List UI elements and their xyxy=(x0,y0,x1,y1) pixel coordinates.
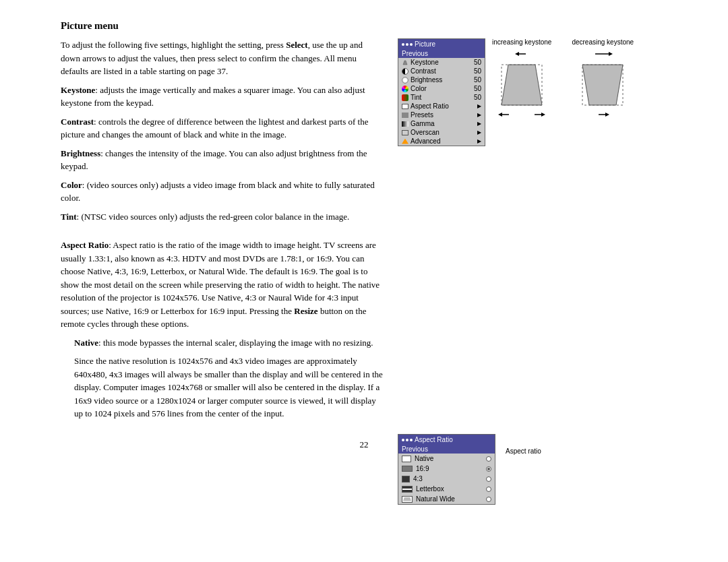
aspect-ratio-section: Aspect Ratio: Aspect ratio is the ratio … xyxy=(61,239,667,426)
color-icon xyxy=(402,86,408,92)
keystone-term: Keystone xyxy=(61,85,95,95)
aspect-ratio-paragraph: Aspect Ratio: Aspect ratio is the ratio … xyxy=(61,239,384,331)
menu-item-advanced[interactable]: Advanced ▶ xyxy=(398,137,485,146)
native-paragraph: Native: this mode bypasses the internal … xyxy=(74,336,384,350)
letterbox-radio[interactable] xyxy=(486,487,491,492)
menu-item-tint[interactable]: Tint 50 xyxy=(398,93,485,102)
aspect-icon xyxy=(402,104,408,109)
menu-item-previous[interactable]: Previous xyxy=(398,49,485,58)
presets-icon xyxy=(402,113,408,118)
aspect-menu-title: Aspect Ratio xyxy=(415,436,453,443)
aspect-ratio-term: Aspect Ratio xyxy=(61,240,109,250)
tint-paragraph: Tint: (NTSC video sources only) adjusts … xyxy=(61,210,384,224)
gamma-icon xyxy=(402,121,408,127)
color-paragraph: Color: (video sources only) adjusts a vi… xyxy=(61,179,384,205)
brightness-paragraph: Brightness: changes the intensity of the… xyxy=(61,147,384,173)
svg-marker-8 xyxy=(541,113,545,117)
aspect-item-native[interactable]: Native xyxy=(398,454,495,464)
dot2 xyxy=(406,43,408,46)
svg-marker-14 xyxy=(605,113,609,117)
tint-term: Tint xyxy=(61,212,77,222)
aspect-item-naturalwide[interactable]: Natural Wide xyxy=(398,494,495,504)
svg-marker-2 xyxy=(515,52,519,56)
naturalwide-radio[interactable] xyxy=(486,497,491,502)
keystone-icon xyxy=(402,59,408,66)
menu-item-presets[interactable]: Presets ▶ xyxy=(398,111,485,119)
menu-item-overscan[interactable]: Overscan ▶ xyxy=(398,128,485,137)
dot4 xyxy=(402,439,404,441)
picture-menu-ui: Picture Previous Keystone 50 Contras xyxy=(398,38,485,146)
169-radio[interactable] xyxy=(486,466,491,472)
left-column-bottom: Aspect Ratio: Aspect ratio is the ratio … xyxy=(61,239,384,426)
menu-dots xyxy=(402,43,413,46)
svg-marker-10 xyxy=(609,52,613,56)
svg-marker-0 xyxy=(403,61,407,65)
svg-marker-11 xyxy=(582,65,623,105)
aspect-menu-titlebar: Aspect Ratio xyxy=(398,435,495,445)
keystone-paragraph: Keystone: adjusts the image vertically a… xyxy=(61,84,384,110)
aspect-menu-dots xyxy=(402,439,413,441)
menu-item-keystone[interactable]: Keystone 50 xyxy=(398,58,485,67)
43-icon xyxy=(402,476,410,482)
keystone-area: increasing keystone xyxy=(492,38,634,119)
svg-marker-6 xyxy=(498,113,502,117)
brightness-icon xyxy=(402,77,408,84)
page-number: 22 xyxy=(61,439,667,450)
aspect-menu-item-previous[interactable]: Previous xyxy=(398,445,495,454)
letterbox-icon xyxy=(402,486,413,493)
menu-item-contrast[interactable]: Contrast 50 xyxy=(398,67,485,75)
left-column-top: To adjust the following five settings, h… xyxy=(61,38,384,228)
aspect-ratio-label: Aspect ratio xyxy=(506,447,541,455)
dot1 xyxy=(402,43,404,46)
decreasing-top-arrow xyxy=(593,49,613,59)
contrast-term: Contrast xyxy=(61,117,94,127)
increasing-keystone-container: increasing keystone xyxy=(492,38,551,119)
native-term: Native xyxy=(74,338,98,348)
native-detail-paragraph: Since the native resolution is 1024x576 … xyxy=(74,354,384,420)
aspect-item-letterbox[interactable]: Letterbox xyxy=(398,484,495,494)
aspect-item-43[interactable]: 4:3 xyxy=(398,474,495,484)
decreasing-keystone-shape xyxy=(579,61,626,108)
dot6 xyxy=(410,439,413,441)
contrast-paragraph: Contrast: controls the degree of differe… xyxy=(61,115,384,142)
bottom-right-arrow xyxy=(532,110,545,119)
brightness-term: Brightness xyxy=(61,148,100,158)
decreasing-keystone-container: decreasing keystone xyxy=(572,38,634,119)
43-radio[interactable] xyxy=(486,476,491,482)
increasing-keystone-arrows-svg xyxy=(515,49,528,59)
page-title: Picture menu xyxy=(61,20,667,32)
decreasing-keystone-label: decreasing keystone xyxy=(572,38,634,46)
tint-icon xyxy=(402,94,408,101)
intro-paragraph: To adjust the following five settings, h… xyxy=(61,38,384,78)
bottom-center-arrow xyxy=(596,110,609,119)
native-radio[interactable] xyxy=(486,456,491,462)
picture-menu-titlebar: Picture xyxy=(398,39,485,49)
naturalwide-icon xyxy=(402,496,413,503)
overscan-icon xyxy=(402,130,408,135)
contrast-icon xyxy=(402,68,408,75)
aspect-item-169[interactable]: 16:9 xyxy=(398,464,495,474)
right-column-top: Picture Previous Keystone 50 Contras xyxy=(398,38,640,228)
aspect-menu-ui: Aspect Ratio Previous Native xyxy=(398,434,495,505)
increasing-arrows xyxy=(515,49,528,59)
dot5 xyxy=(406,439,408,441)
bottom-left-arrow xyxy=(498,110,512,119)
aspect-menu-box: Aspect Ratio Previous Native xyxy=(398,434,495,505)
advanced-icon xyxy=(402,139,408,144)
increasing-keystone-label: increasing keystone xyxy=(492,38,551,46)
increasing-keystone-shape xyxy=(498,61,545,108)
dot3 xyxy=(410,43,413,46)
169-icon xyxy=(402,466,413,472)
page: Picture menu To adjust the following fiv… xyxy=(61,20,667,450)
svg-marker-3 xyxy=(502,65,542,105)
native-icon xyxy=(402,456,411,462)
color-term: Color xyxy=(61,180,82,190)
right-column-bottom: Aspect Ratio Previous Native xyxy=(398,239,640,426)
picture-menu-box: Picture Previous Keystone 50 Contras xyxy=(398,38,485,146)
menu-item-color[interactable]: Color 50 xyxy=(398,84,485,93)
menu-item-aspect-ratio[interactable]: Aspect Ratio ▶ xyxy=(398,102,485,111)
menu-item-brightness[interactable]: Brightness 50 xyxy=(398,75,485,84)
menu-item-gamma[interactable]: Gamma ▶ xyxy=(398,119,485,128)
picture-menu-title: Picture xyxy=(415,40,435,48)
